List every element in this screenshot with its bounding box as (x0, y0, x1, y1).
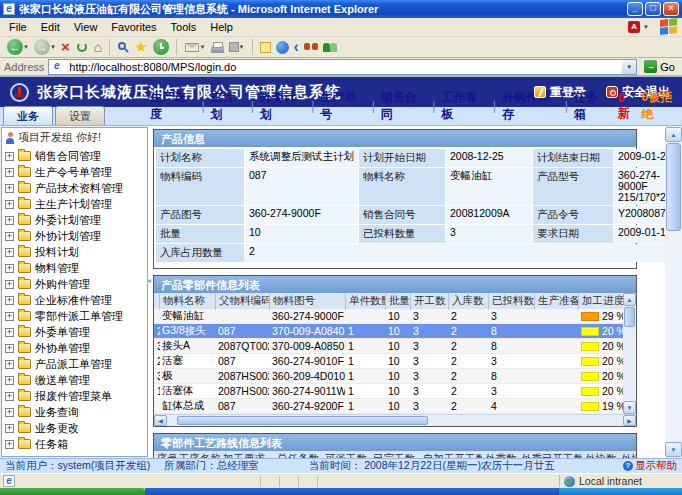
sidebar-item-8[interactable]: 外购件管理 (2, 276, 147, 292)
nav-item-1[interactable]: 主计划 (211, 89, 245, 123)
scroll-up-icon[interactable] (623, 293, 636, 306)
expander-plus-icon[interactable] (5, 232, 14, 241)
nav-item-3[interactable]: 生产单号 (320, 89, 365, 123)
scroll-left-icon[interactable] (154, 415, 167, 426)
sidebar-item-15[interactable]: 报废件管理菜单 (2, 388, 147, 404)
scroll-down-icon[interactable] (623, 401, 636, 414)
msn-button[interactable] (274, 37, 291, 57)
show-help-link[interactable]: 显示帮助 (623, 459, 677, 473)
menu-item-0[interactable]: File (2, 19, 34, 35)
menu-item-1[interactable]: Edit (34, 19, 67, 35)
sidebar-item-11[interactable]: 外委单管理 (2, 324, 147, 340)
expander-plus-icon[interactable] (5, 328, 14, 337)
address-dropdown-button[interactable] (622, 59, 637, 75)
expander-plus-icon[interactable] (5, 216, 14, 225)
sidebar-item-5[interactable]: 外协计划管理 (2, 228, 147, 244)
nav-item-4[interactable]: 销售合同 (381, 89, 426, 123)
refresh-button[interactable] (73, 37, 91, 57)
table-row[interactable]: 缸体总成087360-274-9200F11032419 % (154, 399, 623, 414)
expander-plus-icon[interactable] (5, 424, 14, 433)
start-button[interactable] (0, 488, 145, 495)
nav-item-7[interactable]: 任务箱 (574, 89, 608, 123)
close-button[interactable]: × (663, 2, 679, 16)
parts-vertical-scrollbar[interactable] (623, 293, 636, 414)
expander-plus-icon[interactable] (5, 392, 14, 401)
scroll-thumb[interactable] (177, 416, 428, 425)
expander-plus-icon[interactable] (5, 264, 14, 273)
expander-plus-icon[interactable] (5, 408, 14, 417)
main-vertical-scrollbar[interactable] (665, 127, 682, 457)
expander-plus-icon[interactable] (5, 152, 14, 161)
sidebar-item-2[interactable]: 产品技术资料管理 (2, 180, 147, 196)
scroll-right-icon[interactable] (623, 415, 636, 426)
sidebar-item-0[interactable]: 销售合同管理 (2, 148, 147, 164)
scroll-up-icon[interactable] (665, 127, 682, 142)
nav-item-5[interactable]: 工作看板 (441, 89, 486, 123)
favorites-button[interactable]: ★ (132, 37, 149, 57)
address-input[interactable]: e http://localhost:8080/MPS/login.do (48, 59, 623, 75)
history-button[interactable] (151, 37, 171, 57)
nav-item-2[interactable]: 外委计划 (260, 89, 305, 123)
people-button[interactable] (321, 37, 339, 57)
menu-item-2[interactable]: View (67, 19, 105, 35)
mail-button[interactable] (182, 37, 208, 57)
dropdown-caret-icon[interactable] (200, 44, 206, 50)
sidebar-item-13[interactable]: 产品派工单管理 (2, 356, 147, 372)
sidebar-item-10[interactable]: 零部件派工单管理 (2, 308, 147, 324)
sidebar-item-18[interactable]: 任务箱 (2, 436, 147, 452)
expander-plus-icon[interactable] (5, 168, 14, 177)
maximize-button[interactable]: □ (645, 2, 661, 16)
table-row[interactable]: 3极2087HS002360-209-4D01011032820 % (154, 369, 623, 384)
print-button[interactable] (209, 37, 226, 57)
dropdown-caret-icon[interactable] (239, 44, 245, 50)
dropdown-caret-icon[interactable] (50, 44, 56, 50)
badge-new-tasks[interactable]: 0新 (618, 91, 636, 122)
parts-horizontal-scrollbar[interactable] (154, 414, 636, 426)
menu-item-3[interactable]: Favorites (104, 19, 163, 35)
adobe-pdf-icon[interactable]: A (628, 21, 640, 33)
tab-settings[interactable]: 设置 (55, 106, 105, 125)
sidebar-item-7[interactable]: 物料管理 (2, 260, 147, 276)
table-row[interactable]: 2活塞087360-274-9010F11032320 % (154, 354, 623, 369)
stop-button[interactable]: × (59, 37, 72, 57)
find-button[interactable] (302, 37, 320, 57)
sidebar-item-16[interactable]: 业务查询 (2, 404, 147, 420)
expander-plus-icon[interactable] (5, 280, 14, 289)
sidebar-item-1[interactable]: 生产令号单管理 (2, 164, 147, 180)
back-button[interactable]: ← (5, 37, 31, 57)
minimize-button[interactable]: _ (627, 2, 643, 16)
menu-item-4[interactable]: Tools (164, 19, 204, 35)
sidebar-item-9[interactable]: 企业标准件管理 (2, 292, 147, 308)
forward-button[interactable]: → (32, 37, 58, 57)
expander-plus-icon[interactable] (5, 248, 14, 257)
expander-plus-icon[interactable] (5, 200, 14, 209)
wing-button[interactable]: ‹ (292, 37, 301, 57)
dropdown-caret-icon[interactable] (23, 44, 29, 50)
expander-plus-icon[interactable] (5, 312, 14, 321)
scroll-thumb[interactable] (666, 143, 681, 231)
table-row[interactable]: 变幅油缸360-274-9000F1032329 % (154, 309, 623, 324)
menu-item-5[interactable]: Help (203, 19, 240, 35)
expander-plus-icon[interactable] (5, 440, 14, 449)
home-button[interactable]: ⌂ (92, 37, 104, 57)
sidebar-item-6[interactable]: 投料计划 (2, 244, 147, 260)
nav-item-6[interactable]: 外购件库存 (502, 89, 559, 123)
expander-plus-icon[interactable] (5, 184, 14, 193)
expander-plus-icon[interactable] (5, 360, 14, 369)
expander-plus-icon[interactable] (5, 344, 14, 353)
notes-button[interactable] (258, 37, 273, 57)
expander-plus-icon[interactable] (5, 376, 14, 385)
sidebar-item-14[interactable]: 缴送单管理 (2, 372, 147, 388)
sidebar-item-3[interactable]: 主生产计划管理 (2, 196, 147, 212)
tab-business[interactable]: 业务 (3, 106, 53, 125)
sidebar-item-12[interactable]: 外协单管理 (2, 340, 147, 356)
dropdown-caret-icon[interactable] (643, 24, 649, 30)
scroll-down-icon[interactable] (665, 442, 682, 457)
table-row[interactable]: 3接头A2087QT002370-009-A085011032820 % (154, 339, 623, 354)
search-button[interactable] (115, 37, 131, 57)
table-row[interactable]: 2G3/8接头087370-009-A084011032820 % (154, 324, 623, 339)
edit-button[interactable] (227, 37, 247, 57)
sidebar-collapse-handle[interactable]: ◂ (147, 276, 151, 285)
sidebar-item-4[interactable]: 外委计划管理 (2, 212, 147, 228)
badge-rejected-tasks[interactable]: 0被拒绝 (642, 89, 682, 123)
